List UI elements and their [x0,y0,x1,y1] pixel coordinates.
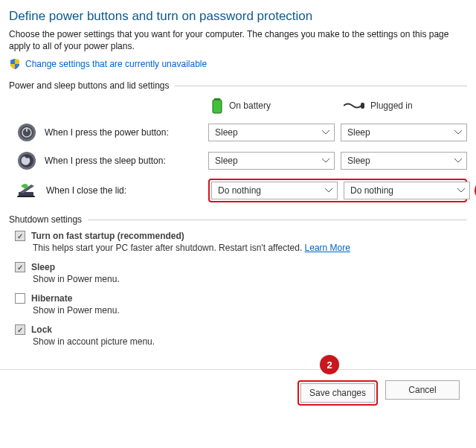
lid-row-highlight: Do nothing Do nothing 1 [208,179,467,202]
checkbox-lock[interactable]: ✓ [15,324,25,335]
lid-battery-select[interactable]: Do nothing [211,182,338,199]
row-sleep-button: When I press the sleep button: [9,150,202,171]
chevron-down-icon [322,130,329,135]
annotation-callout-2: 2 [320,355,339,374]
checkbox-label: Turn on fast startup (recommended) [31,231,184,241]
uac-change-settings-row: Change settings that are currently unava… [9,58,467,70]
select-value: Do nothing [350,185,393,196]
section-power-buttons-header: Power and sleep buttons and lid settings [9,80,467,91]
section-title: Shutdown settings [9,214,82,225]
svg-rect-1 [213,100,222,113]
column-label: On battery [229,100,271,111]
sleep-button-plugged-select[interactable]: Sleep [341,152,467,170]
page-description: Choose the power settings that you want … [9,28,467,52]
chevron-down-icon [454,159,462,163]
lid-plugged-select[interactable]: Do nothing [344,182,470,199]
shutdown-item-sleep: ✓ Sleep Show in Power menu. [15,262,467,284]
row-label-text: When I press the sleep button: [45,156,166,166]
learn-more-link[interactable]: Learn More [305,243,350,253]
shield-icon [9,58,21,70]
power-button-battery-select[interactable]: Sleep [208,124,335,141]
shutdown-item-fast-startup: ✓ Turn on fast startup (recommended) Thi… [15,231,467,253]
chevron-down-icon [454,130,462,135]
section-shutdown-header: Shutdown settings [9,214,467,225]
laptop-lid-icon [16,182,39,199]
column-header-battery: On battery [208,97,335,115]
item-description: Show in Power menu. [33,305,467,316]
checkbox-label: Hibernate [31,293,72,304]
item-description: Show in Power menu. [33,274,467,284]
row-close-lid: When I close the lid: [9,182,202,199]
select-value: Sleep [215,127,238,138]
checkbox-label: Lock [31,324,52,335]
shutdown-settings-list: ✓ Turn on fast startup (recommended) Thi… [15,231,467,347]
row-label-text: When I press the power button: [45,127,169,138]
shutdown-item-hibernate: ✓ Hibernate Show in Power menu. [15,293,467,316]
checkbox-hibernate[interactable]: ✓ [15,293,25,304]
chevron-down-icon [325,188,332,193]
power-button-plugged-select[interactable]: Sleep [341,124,467,141]
row-label-text: When I close the lid: [46,185,126,196]
save-button-highlight: Save changes [298,380,378,406]
footer-buttons: 2 Save changes Cancel [9,370,467,417]
checkbox-sleep[interactable]: ✓ [15,262,25,272]
column-label: Plugged in [370,100,413,111]
select-value: Do nothing [218,185,261,196]
item-description: This helps start your PC faster after sh… [33,243,305,253]
row-power-button: When I press the power button: [9,122,202,143]
shutdown-item-lock: ✓ Lock Show in account picture menu. [15,324,467,347]
battery-icon [211,97,223,115]
power-settings-grid: On battery Plugged in When I press the p… [9,97,467,202]
checkbox-label: Sleep [31,262,55,272]
column-header-plugged: Plugged in [341,100,467,111]
plug-icon [344,100,364,111]
page-title: Define power buttons and turn on passwor… [9,9,467,24]
sleep-button-battery-select[interactable]: Sleep [208,152,335,170]
chevron-down-icon [457,188,465,193]
chevron-down-icon [322,159,329,163]
section-title: Power and sleep buttons and lid settings [9,80,169,91]
divider-line [175,86,467,86]
change-settings-link[interactable]: Change settings that are currently unava… [25,59,207,69]
select-value: Sleep [347,156,370,166]
divider-line [88,220,467,220]
checkbox-fast-startup[interactable]: ✓ [15,231,25,241]
item-description: Show in account picture menu. [33,336,467,347]
power-button-icon [16,122,37,143]
select-value: Sleep [347,127,370,138]
select-value: Sleep [215,156,238,166]
save-button[interactable]: Save changes [300,383,375,403]
svg-rect-11 [17,196,35,197]
cancel-button[interactable]: Cancel [385,380,460,400]
sleep-button-icon [16,150,37,171]
svg-rect-3 [361,103,364,109]
